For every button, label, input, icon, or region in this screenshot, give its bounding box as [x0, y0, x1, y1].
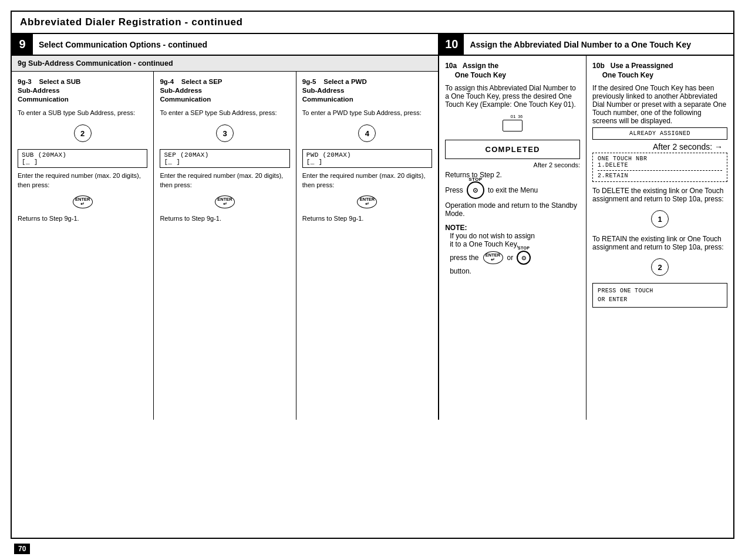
col-9g4-input: SEP (20MAX)[_ ] [160, 149, 289, 168]
section-9-num: 9 [12, 34, 33, 55]
col-9g5-enter-btn: ENTER↵ [357, 195, 377, 208]
col-10a-header: 10a Assign the One Touch Key [445, 62, 580, 80]
note-section: NOTE: If you do not wish to assignit to … [445, 224, 580, 275]
col-9g5-header: 9g-5 Select a PWDSub-AddressCommunicatio… [302, 77, 432, 104]
note-button-text: button. [450, 267, 580, 275]
note-stop-btn: STOP ⊙ [517, 251, 531, 265]
col-9g4-enter-text: Enter the required number (max. 20 digit… [160, 171, 289, 190]
bottom-right: 10a Assign the One Touch Key To assign t… [439, 56, 733, 420]
note-btn-row: press the ENTER↵ or STOP ⊙ [450, 251, 580, 265]
col-9g5-circle-wrap: 4 [302, 121, 432, 146]
three-cols: 9g-3 Select a SUBSub-AddressCommunicatio… [12, 72, 438, 420]
col-9g3-input: SUB (20MAX)[_ ] [18, 149, 147, 168]
col-9g3-enter-text: Enter the required number (max. 20 digit… [18, 171, 147, 190]
col-9g5-enter-wrap: ENTER↵ [302, 193, 432, 211]
delete-text: To DELETE the existing link or One Touch… [592, 187, 727, 203]
completed-box: COMPLETED [445, 140, 580, 159]
note-stop-icon: ⊙ [521, 255, 526, 261]
section-9: 9 Select Communication Options - continu… [12, 34, 439, 55]
returns-step2: Returns to Step 2. [445, 171, 580, 179]
outer-border: Abbreviated Dialer Registration - contin… [11, 11, 734, 539]
page: Abbreviated Dialer Registration - contin… [0, 0, 745, 560]
stop-label: STOP [468, 177, 482, 182]
title-bar: Abbreviated Dialer Registration - contin… [12, 12, 733, 34]
one-touch-nbr-text: ONE TOUCH NBR [598, 156, 722, 162]
one-touch-key-wrap: 01 36 [445, 112, 580, 135]
col-10b-header: 10b Use a Preassigned One Touch Key [592, 62, 727, 80]
col-9g4: 9g-4 Select a SEPSub-AddressCommunicatio… [154, 72, 296, 420]
note-press: press the [450, 254, 478, 262]
already-assigned-box: ALREADY ASSIGNED [592, 127, 727, 140]
col-10b: 10b Use a Preassigned One Touch Key If t… [586, 56, 733, 420]
one-touch-key-icon: 01 36 [503, 114, 522, 131]
col-9g4-returns: Returns to Step 9g-1. [160, 214, 289, 223]
col-9g3-enter-wrap: ENTER↵ [18, 193, 147, 211]
press-one-touch-box: PRESS ONE TOUCH OR ENTER [592, 283, 727, 308]
col-9g3-enter-btn: ENTER↵ [73, 195, 93, 208]
section-10: 10 Assign the Abbreviated Dial Number to… [439, 34, 733, 55]
stop-icon: ⊙ [473, 187, 478, 194]
col-9g4-circle-wrap: 3 [160, 121, 289, 146]
col-9g3-returns: Returns to Step 9g-1. [18, 214, 147, 223]
arrow-after-seconds: After 2 seconds: → [597, 142, 723, 151]
col-9g5-enter-text: Enter the required number (max. 20 digit… [302, 171, 432, 190]
press-label: Press [445, 186, 463, 194]
delete-circle-btn: 1 [651, 210, 669, 228]
press-stop-row: Press STOP ⊙ to exit the Menu [445, 181, 580, 199]
delete-circle-wrap: 1 [592, 207, 727, 231]
col-10a-body1: To assign this Abbreviated Dial Number t… [445, 84, 580, 109]
col-9g4-enter-btn: ENTER↵ [215, 195, 235, 208]
note-enter-btn: ENTER↵ [483, 251, 503, 264]
note-body: If you do not wish to assignit to a One … [450, 232, 580, 248]
col-9g3-circle-wrap: 2 [18, 121, 147, 146]
col-9g5: 9g-5 Select a PWDSub-AddressCommunicatio… [296, 72, 438, 420]
note-label: NOTE: [445, 224, 580, 232]
col-9g5-intro: To enter a PWD type Sub Ad­dress, press: [302, 109, 432, 117]
key-label: 01 36 [503, 114, 522, 119]
col-10b-body1: If the desired One Touch Key has been pr… [592, 84, 727, 125]
section-10-header: 10 Assign the Abbreviated Dial Number to… [439, 34, 733, 55]
col-9g5-returns: Returns to Step 9g-1. [302, 214, 432, 223]
col-9g4-enter-wrap: ENTER↵ [160, 193, 289, 211]
subheader-9g: 9g Sub-Address Communication - continued [12, 56, 438, 72]
note-or: or [507, 254, 514, 262]
col-9g3: 9g-3 Select a SUBSub-AddressCommunicatio… [12, 72, 154, 420]
after-seconds-10a: After 2 seconds: [445, 161, 580, 168]
delete-option: 1.DELETE [598, 162, 722, 168]
retain-text: To RETAIN the existing link or One Touch… [592, 235, 727, 251]
col-9g5-input: PWD (20MAX)[_ ] [302, 149, 432, 168]
exit-menu-label: to exit the Menu [488, 186, 538, 194]
operation-text: Operation mode and return to the Standby… [445, 201, 580, 218]
right-two-cols: 10a Assign the One Touch Key To assign t… [439, 56, 733, 420]
col-9g4-circle: 3 [216, 124, 234, 142]
retain-circle-btn: 2 [651, 258, 669, 276]
col-9g4-header: 9g-4 Select a SEPSub-AddressCommunicatio… [160, 77, 289, 104]
section-10-num: 10 [439, 34, 464, 55]
section-9-header: 9 Select Communication Options - continu… [12, 34, 438, 55]
col-9g5-circle: 4 [358, 124, 376, 142]
col-9g3-intro: To enter a SUB type Sub Ad­dress, press: [18, 109, 147, 117]
page-number: 70 [14, 544, 30, 554]
bottom-left: 9g Sub-Address Communication - continued… [12, 56, 439, 420]
retain-option: 2.RETAIN [598, 170, 722, 179]
one-touch-nbr-box: ONE TOUCH NBR 1.DELETE 2.RETAIN [592, 153, 727, 182]
key-box [503, 120, 522, 131]
retain-circle-wrap: 2 [592, 255, 727, 279]
top-sections: 9 Select Communication Options - continu… [12, 34, 733, 56]
note-stop-label: STOP [518, 246, 530, 250]
section-10-title: Assign the Abbreviated Dial Number to a … [464, 34, 697, 55]
col-9g3-circle: 2 [74, 124, 92, 142]
col-9g4-intro: To enter a SEP type Sub Ad­dress, press: [160, 109, 289, 117]
stop-btn: STOP ⊙ [467, 181, 484, 199]
bottom-area: 9g Sub-Address Communication - continued… [12, 56, 733, 420]
title-text: Abbreviated Dialer Registration - contin… [20, 16, 243, 28]
col-10a: 10a Assign the One Touch Key To assign t… [439, 56, 586, 420]
col-9g3-header: 9g-3 Select a SUBSub-AddressCommunicatio… [18, 77, 147, 104]
section-9-title: Select Communication Options - continued [33, 34, 213, 55]
